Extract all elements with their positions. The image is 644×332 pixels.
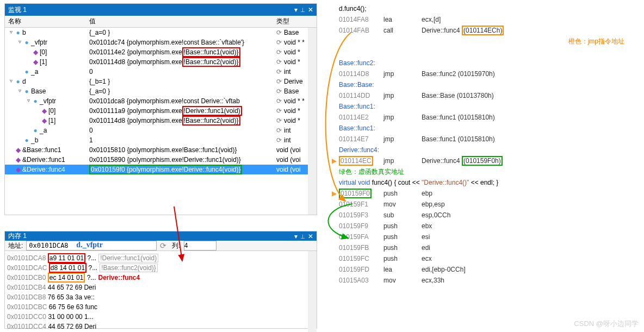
watch-rows: ▿●b{_a=0 }⟳Base▿●_vfptr0x0101dc74 {polym…: [5, 28, 317, 215]
asm-row: 010159FBpushedi: [329, 242, 641, 253]
asm-row: Base::func1:: [329, 123, 641, 134]
pin-icon[interactable]: ⟂: [301, 233, 305, 240]
memory-row[interactable]: 0x0101DCC4 44 65 72 69 Deri: [7, 322, 314, 331]
asm-row: 010159FCpushecx: [329, 253, 641, 264]
asm-row: 01014FABcallDerive::func4 (010114ECh): [329, 25, 641, 36]
watch-panel: 监视 1 ▾ ⟂ ✕ 名称 值 类型 ▿●b{_a=0 }⟳Base▿●_vfp…: [4, 3, 317, 215]
watch-title: 监视 1: [8, 5, 27, 15]
asm-row: Base::Base:: [329, 79, 641, 90]
pin-icon[interactable]: ⟂: [301, 6, 305, 14]
memory-scrollbar[interactable]: [308, 251, 317, 332]
asm-row: Derive::func4:: [329, 145, 641, 155]
asm-row: 010159FApushesi: [329, 231, 641, 242]
dropdown-icon[interactable]: ▾: [294, 6, 298, 14]
asm-row: 010159F9pushebx: [329, 221, 641, 231]
dropdown-icon[interactable]: ▾: [294, 233, 298, 240]
refresh-icon[interactable]: ⟳: [160, 241, 166, 250]
addr-hint: d._vfptr: [76, 241, 103, 249]
asm-row: virtual void func4() { cout << "Derive::…: [329, 177, 641, 188]
table-row[interactable]: ▿●_vfptr0x0101dc74 {polymorphism.exe!con…: [5, 37, 317, 47]
table-row[interactable]: ◆&Derive::func10x01015890 {polymorphism.…: [5, 155, 317, 165]
memory-body: 0x0101DCA8 a9 11 01 01 ?...!Derive::func…: [5, 251, 317, 332]
watch-header: 名称 值 类型: [5, 16, 317, 28]
asm-row: 010159F1movebp,esp: [329, 199, 641, 210]
col-name[interactable]: 名称: [5, 17, 89, 26]
memory-toolbar: 地址: d._vfptr ⟳ 列:: [5, 241, 317, 251]
asm-row: 010159F3subesp,0CCh: [329, 210, 641, 221]
close-icon[interactable]: ✕: [308, 233, 313, 240]
asm-row: 010114E7jmpBase::func1 (01015810h): [329, 134, 641, 145]
asm-row: 010114DDjmpBase::Base (01013780h): [329, 90, 641, 101]
table-row[interactable]: ▿●d{_b=1 }⟳Derive: [5, 77, 317, 86]
table-row[interactable]: ▿●Base{_a=0 }⟳Base: [5, 86, 317, 96]
asm-row: 010114D8jmpBase::func2 (01015970h): [329, 68, 641, 79]
table-row[interactable]: ◆[1]0x010114d8 {polymorphism.exe!Base::f…: [5, 57, 317, 67]
table-row[interactable]: ◆&Derive::func40x010159f0 {polymorphism.…: [5, 165, 317, 174]
memory-title: 内存 1: [8, 231, 27, 241]
disassembly-panel: d.func4();01014FA8leaecx,[d]01014FABcall…: [329, 3, 641, 329]
close-icon[interactable]: ✕: [308, 6, 313, 14]
asm-row: d.func4();: [329, 3, 641, 14]
table-row[interactable]: ●_a0⟳int: [5, 67, 317, 77]
memory-row[interactable]: 0x0101DCB0 ec 14 01 01 ?...Derive::func4: [7, 273, 314, 283]
watermark: CSDN @呀小边同学: [574, 319, 639, 329]
table-row[interactable]: ▿●b{_a=0 }⟳Base: [5, 28, 317, 37]
asm-row: ▶010114ECjmpDerive::func4 (010159F0h): [329, 155, 641, 166]
asm-row: [329, 47, 641, 58]
memory-row[interactable]: 0x0101DCAC d8 14 01 01 ?...!Base::func2(…: [7, 263, 314, 273]
watch-titlebar: 监视 1 ▾ ⟂ ✕: [5, 4, 317, 16]
memory-row[interactable]: 0x0101DCC0 31 00 00 00 1...: [7, 312, 314, 322]
memory-panel: 内存 1 ▾ ⟂ ✕ 地址: d._vfptr ⟳ 列: 0x0101DCA8 …: [4, 231, 317, 329]
asm-row: 010159FDleaedi,[ebp-0CCh]: [329, 264, 641, 275]
addr-label: 地址:: [8, 241, 23, 250]
cols-input[interactable]: [184, 241, 216, 250]
asm-row: 01015A03movecx,33h: [329, 275, 641, 286]
cols-label: 列:: [172, 241, 180, 250]
table-row[interactable]: ◆[0]0x010114e2 {polymorphism.exe!Base::f…: [5, 47, 317, 57]
asm-row: 01014FA8leaecx,[d]: [329, 14, 641, 25]
asm-row: ▶010159F0pushebp: [329, 188, 641, 199]
table-row[interactable]: ◆[1]0x010114d8 {polymorphism.exe!Base::f…: [5, 116, 317, 126]
col-value[interactable]: 值: [89, 17, 274, 26]
memory-row[interactable]: 0x0101DCB4 44 65 72 69 Deri: [7, 283, 314, 292]
asm-row: 010114E2jmpBase::func1 (01015810h): [329, 112, 641, 123]
asm-row: 橙色：jmp指令地址: [329, 36, 641, 47]
memory-row[interactable]: 0x0101DCB8 76 65 3a 3a ve::: [7, 292, 314, 302]
table-row[interactable]: ●_a0⟳int: [5, 126, 317, 135]
table-row[interactable]: ◆[0]0x010111a9 {polymorphism.exe!Derive:…: [5, 106, 317, 116]
asm-row: Base::func2:: [329, 58, 641, 68]
asm-row: Base::func1:: [329, 101, 641, 112]
memory-row[interactable]: 0x0101DCA8 a9 11 01 01 ?...!Derive::func…: [7, 253, 314, 263]
col-type[interactable]: 类型: [274, 17, 317, 26]
table-row[interactable]: ◆&Base::func10x01015810 {polymorphism.ex…: [5, 145, 317, 155]
table-row[interactable]: ●_b1⟳int: [5, 135, 317, 145]
watch-scrollbar[interactable]: [308, 28, 317, 215]
memory-row[interactable]: 0x0101DCBC 66 75 6e 63 func: [7, 302, 314, 312]
memory-titlebar: 内存 1 ▾ ⟂ ✕: [5, 231, 317, 241]
table-row[interactable]: ▿●_vfptr0x0101dca8 {polymorphism.exe!con…: [5, 96, 317, 106]
asm-row: 绿色：虚函数真实地址: [329, 166, 641, 177]
